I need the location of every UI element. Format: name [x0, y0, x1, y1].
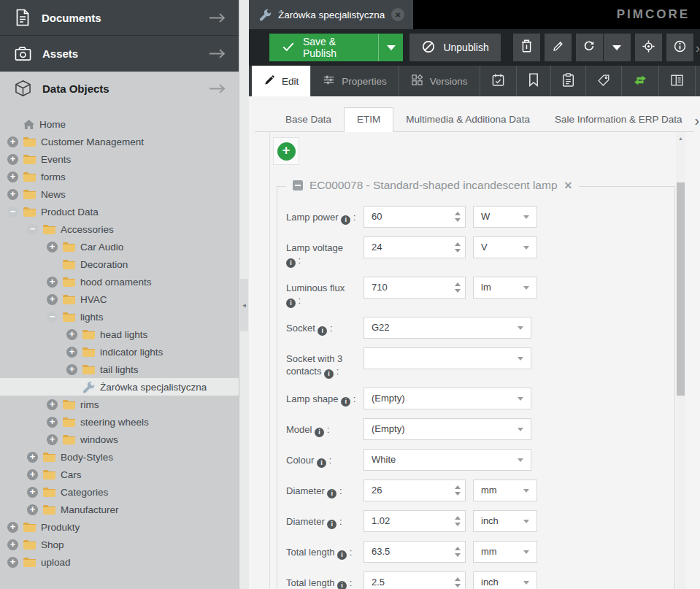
spinner-down-icon[interactable] [455, 492, 461, 496]
tree-item[interactable]: HVAC [0, 290, 239, 308]
info-icon[interactable]: i [341, 397, 350, 407]
tree-item[interactable]: hood ornaments [0, 273, 239, 290]
number-input[interactable]: 1.02 [364, 510, 466, 532]
tab-edit[interactable]: Edit [252, 66, 311, 96]
tree-item[interactable]: Manufacturer [0, 501, 239, 518]
sidebar-item-documents[interactable]: Documents [0, 0, 239, 36]
spinner[interactable] [455, 277, 461, 298]
subtab-multimedia[interactable]: Multimedia & Additiona Data [393, 108, 542, 131]
info-icon[interactable]: i [327, 489, 336, 498]
subtab-etim[interactable]: ETIM [344, 107, 393, 132]
info-icon[interactable]: i [337, 581, 347, 589]
plus-expander-icon[interactable] [7, 154, 18, 165]
tree-item[interactable]: rims [0, 396, 239, 413]
tab-layout[interactable] [659, 66, 696, 96]
unpublish-button[interactable]: Unpublish [409, 34, 500, 61]
unit-select[interactable]: mm [473, 541, 537, 563]
info-icon[interactable]: i [317, 458, 326, 468]
tree-item[interactable]: Żarówka specjalistyczna [0, 378, 239, 396]
sidebar-item-assets[interactable]: Assets [0, 36, 239, 72]
unit-select[interactable]: lm [473, 277, 537, 299]
tree-item[interactable]: head lights [0, 326, 239, 343]
plus-expander-icon[interactable] [7, 172, 18, 182]
minus-expander-icon[interactable] [7, 207, 18, 217]
select-field[interactable]: (Empty) [364, 418, 531, 440]
select-field[interactable] [364, 347, 531, 369]
sidebar-splitter[interactable]: ◂ [239, 0, 249, 589]
spinner-up-icon[interactable] [455, 485, 461, 489]
tree-item[interactable]: Car Audio [0, 238, 239, 255]
tree-item[interactable]: upload [0, 553, 239, 571]
info-button[interactable] [666, 34, 693, 61]
collapse-icon[interactable] [293, 180, 303, 190]
info-icon[interactable]: i [341, 215, 350, 225]
spinner-down-icon[interactable] [455, 553, 461, 557]
unit-select[interactable]: inch [473, 571, 537, 589]
spinner-down-icon[interactable] [455, 289, 461, 293]
spinner-down-icon[interactable] [455, 523, 461, 526]
info-icon[interactable]: i [337, 550, 347, 560]
number-input[interactable]: 710 [364, 277, 466, 299]
chevron-right-icon[interactable]: › [696, 41, 700, 55]
spinner-down-icon[interactable] [455, 218, 461, 222]
save-options-button[interactable] [378, 34, 403, 61]
document-tab[interactable]: Żarówka specjalistyczna ✕ [249, 0, 413, 29]
unit-select[interactable]: mm [473, 480, 537, 501]
plus-expander-icon[interactable] [7, 189, 18, 200]
info-icon[interactable]: i [286, 299, 296, 308]
spinner[interactable] [455, 207, 461, 227]
reload-options-button[interactable] [604, 34, 631, 61]
plus-expander-icon[interactable] [66, 347, 77, 358]
spinner-up-icon[interactable] [455, 577, 461, 581]
plus-expander-icon[interactable] [47, 417, 58, 428]
number-input[interactable]: 24 [364, 236, 466, 258]
info-icon[interactable]: i [327, 520, 336, 529]
unit-select[interactable]: inch [473, 510, 537, 532]
spinner-up-icon[interactable] [455, 212, 461, 215]
spinner[interactable] [455, 237, 461, 258]
plus-expander-icon[interactable] [27, 452, 38, 463]
plus-expander-icon[interactable] [47, 399, 58, 410]
tree-item[interactable]: windows [0, 431, 239, 448]
spinner-up-icon[interactable] [455, 242, 461, 246]
plus-expander-icon[interactable] [66, 329, 77, 340]
number-input[interactable]: 2.5 [364, 571, 466, 589]
reload-button[interactable] [576, 34, 603, 61]
tab-properties[interactable]: Properties [311, 66, 399, 96]
tree-item[interactable]: Accessories [0, 220, 239, 238]
tree-item[interactable]: Produkty [0, 518, 239, 536]
unit-select[interactable]: V [473, 236, 537, 258]
plus-expander-icon[interactable] [66, 364, 77, 375]
plus-expander-icon[interactable] [47, 294, 58, 305]
rename-button[interactable] [545, 34, 572, 61]
spinner-down-icon[interactable] [455, 584, 461, 588]
tree-item[interactable]: Categories [0, 483, 239, 501]
sidebar-collapse-handle[interactable]: ◂ [240, 279, 248, 331]
remove-group-icon[interactable]: ✕ [564, 180, 573, 191]
plus-expander-icon[interactable] [7, 136, 18, 147]
tree-item[interactable]: Cars [0, 466, 239, 483]
add-classification-button[interactable]: + [273, 137, 299, 165]
spinner-down-icon[interactable] [455, 249, 461, 253]
select-field[interactable]: White [364, 449, 531, 471]
plus-expander-icon[interactable] [7, 539, 18, 550]
plus-expander-icon[interactable] [27, 469, 38, 480]
spinner-up-icon[interactable] [455, 516, 461, 520]
number-input[interactable]: 60 [364, 206, 466, 228]
spinner-up-icon[interactable] [455, 547, 461, 550]
plus-expander-icon[interactable] [7, 522, 18, 533]
spinner[interactable] [455, 572, 461, 589]
tree-item[interactable]: tail lights [0, 361, 239, 378]
tree-item[interactable]: News [0, 185, 239, 203]
tree-item[interactable]: steering wheels [0, 413, 239, 431]
plus-expander-icon[interactable] [47, 434, 58, 445]
subtab-base-data[interactable]: Base Data [273, 108, 344, 131]
tree-item[interactable]: Shop [0, 536, 239, 553]
number-input[interactable]: 26 [364, 480, 466, 501]
info-icon[interactable]: i [286, 258, 296, 268]
subtab-sale-info[interactable]: Sale Information & ERP Data [542, 108, 695, 131]
plus-expander-icon[interactable] [47, 242, 58, 253]
info-icon[interactable]: i [324, 369, 334, 379]
scrollbar[interactable]: ▲ [676, 132, 685, 589]
save-publish-button[interactable]: Save & Publish [269, 34, 403, 61]
